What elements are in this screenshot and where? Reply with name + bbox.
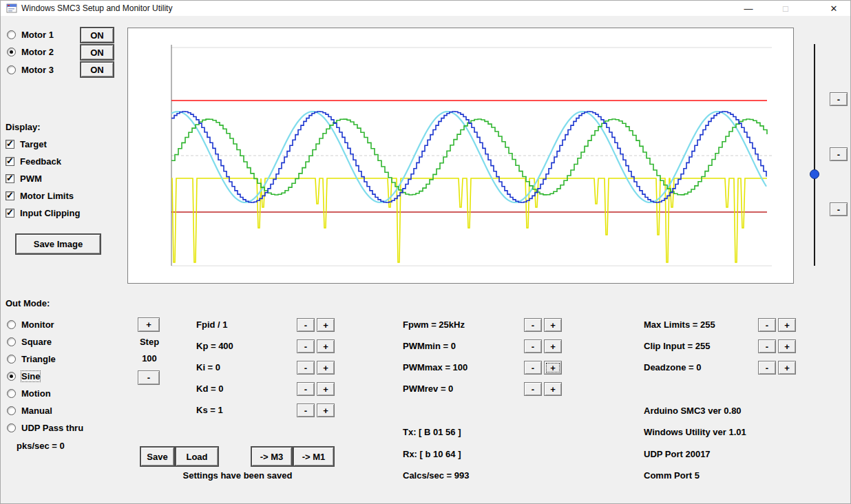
pwmrev-plus-button[interactable]: + <box>544 382 562 396</box>
ks-minus-button[interactable]: - <box>297 403 315 417</box>
motor-2-on-button[interactable]: ON <box>80 44 114 61</box>
out-mode-row-sine: Sine <box>7 371 40 381</box>
ki-label: Ki = 0 <box>196 362 220 372</box>
to-m1-button[interactable]: -> M1 <box>293 446 335 467</box>
monitor-label: Monitor <box>21 319 54 330</box>
pwmrev-label: PWMrev = 0 <box>403 384 453 394</box>
checkbox-row-input-clipping: Input Clipping <box>6 208 80 218</box>
out-mode-row-motion: Motion <box>7 388 51 399</box>
max-limits-plus-button[interactable]: + <box>778 318 796 332</box>
step-plus-button[interactable]: + <box>138 317 160 332</box>
title-bar: Windows SMC3 Setup and Monitor Utility —… <box>1 1 850 16</box>
monitor-radio[interactable] <box>7 320 16 329</box>
deadzone-minus-button[interactable]: - <box>758 361 776 375</box>
motion-radio[interactable] <box>7 389 16 398</box>
clip-input-plus-button[interactable]: + <box>778 339 796 353</box>
rx-readout: Rx: [ b 10 64 ] <box>403 449 461 459</box>
out-mode-heading: Out Mode: <box>6 298 50 308</box>
pwmmin-minus-button[interactable]: - <box>524 339 542 353</box>
motor-2-label: Motor 2 <box>21 47 54 57</box>
app-window: Windows SMC3 Setup and Monitor Utility —… <box>0 0 851 504</box>
kd-minus-button[interactable]: - <box>297 382 315 396</box>
deadzone-label: Deadzone = 0 <box>644 362 701 372</box>
udp-pass-thru-radio[interactable] <box>7 423 16 432</box>
motor-3-radio[interactable] <box>7 65 16 74</box>
chart-canvas <box>128 28 793 283</box>
pwmmin-label: PWMmin = 0 <box>403 341 456 351</box>
to-m3-button[interactable]: -> M3 <box>251 446 293 467</box>
scale-minus-button-1[interactable]: - <box>830 92 848 106</box>
pks-per-sec-label: pks/sec = 0 <box>17 441 65 451</box>
feedback-checkbox[interactable] <box>6 157 14 166</box>
window-title: Windows SMC3 Setup and Monitor Utility <box>21 3 172 13</box>
square-radio[interactable] <box>7 337 16 346</box>
pwmmax-minus-button[interactable]: - <box>524 361 542 375</box>
checkbox-row-feedback: Feedback <box>6 156 61 167</box>
kp-plus-button[interactable]: + <box>317 339 335 353</box>
triangle-radio[interactable] <box>7 355 16 364</box>
sine-label: Sine <box>21 371 40 381</box>
udp-port: UDP Port 20017 <box>644 449 711 459</box>
out-mode-row-square: Square <box>7 337 52 347</box>
max-limits-label: Max Limits = 255 <box>644 319 715 330</box>
pwmmin-plus-button[interactable]: + <box>544 339 562 353</box>
sine-radio[interactable] <box>7 372 16 381</box>
motor-1-on-button[interactable]: ON <box>80 27 114 43</box>
minimize-button[interactable]: — <box>732 1 765 16</box>
motor-3-row: Motor 3 <box>7 65 54 75</box>
close-button[interactable]: ✕ <box>817 1 850 16</box>
checkbox-row-motor-limits: Motor Limits <box>6 191 74 201</box>
fpwm-minus-button[interactable]: - <box>524 318 542 332</box>
manual-radio[interactable] <box>7 406 16 415</box>
ks-plus-button[interactable]: + <box>317 403 335 417</box>
checkbox-row-pwm: PWM <box>6 174 42 184</box>
utility-version: Windows Utility ver 1.01 <box>644 427 746 437</box>
ki-minus-button[interactable]: - <box>297 361 315 375</box>
fpid-plus-button[interactable]: + <box>317 318 335 332</box>
maximize-button[interactable]: □ <box>769 1 802 16</box>
ki-plus-button[interactable]: + <box>317 361 335 375</box>
input-clipping-checkbox[interactable] <box>6 209 14 218</box>
save-button[interactable]: Save <box>140 446 175 467</box>
square-label: Square <box>21 337 52 347</box>
tx-readout: Tx: [ B 01 56 ] <box>403 427 461 437</box>
pwmmax-label: PWMmax = 100 <box>403 362 467 372</box>
scale-minus-button-2[interactable]: - <box>830 147 848 161</box>
pwm-checkbox[interactable] <box>6 174 14 183</box>
out-mode-row-udp: UDP Pass thru <box>7 423 83 433</box>
motor-2-radio[interactable] <box>7 48 16 56</box>
motor-2-row: Motor 2 <box>7 47 54 57</box>
arduino-version: Arduino SMC3 ver 0.80 <box>644 406 742 416</box>
target-checkbox[interactable] <box>6 140 14 149</box>
manual-label: Manual <box>21 406 52 416</box>
motor-limits-checkbox[interactable] <box>6 191 14 200</box>
zoom-slider-track[interactable] <box>814 44 815 266</box>
fpid-minus-button[interactable]: - <box>297 318 315 332</box>
input-clipping-label: Input Clipping <box>20 208 80 218</box>
pwmrev-minus-button[interactable]: - <box>524 382 542 396</box>
motor-1-row: Motor 1 <box>7 30 54 40</box>
max-limits-minus-button[interactable]: - <box>758 318 776 332</box>
load-button[interactable]: Load <box>175 446 219 467</box>
motor-1-radio[interactable] <box>7 30 16 39</box>
out-mode-row-monitor: Monitor <box>7 319 54 330</box>
kp-minus-button[interactable]: - <box>297 339 315 353</box>
fpwm-plus-button[interactable]: + <box>544 318 562 332</box>
scale-minus-button-3[interactable]: - <box>830 202 848 216</box>
motor-3-on-button[interactable]: ON <box>80 61 114 78</box>
pwmmax-plus-button[interactable]: + <box>544 361 562 375</box>
zoom-slider-handle[interactable] <box>810 169 819 179</box>
save-image-button[interactable]: Save Image <box>15 233 101 255</box>
triangle-label: Triangle <box>21 354 56 364</box>
step-minus-button[interactable]: - <box>138 370 160 385</box>
out-mode-row-manual: Manual <box>7 406 52 416</box>
kp-label: Kp = 400 <box>196 341 233 351</box>
settings-status: Settings have been saved <box>134 470 341 481</box>
clip-input-minus-button[interactable]: - <box>758 339 776 353</box>
display-heading: Display: <box>6 122 41 132</box>
comm-port: Comm Port 5 <box>644 470 700 481</box>
kd-plus-button[interactable]: + <box>317 382 335 396</box>
deadzone-plus-button[interactable]: + <box>778 361 796 375</box>
fpwm-label: Fpwm = 25kHz <box>403 319 465 330</box>
calcs-per-sec: Calcs/sec = 993 <box>403 470 470 481</box>
